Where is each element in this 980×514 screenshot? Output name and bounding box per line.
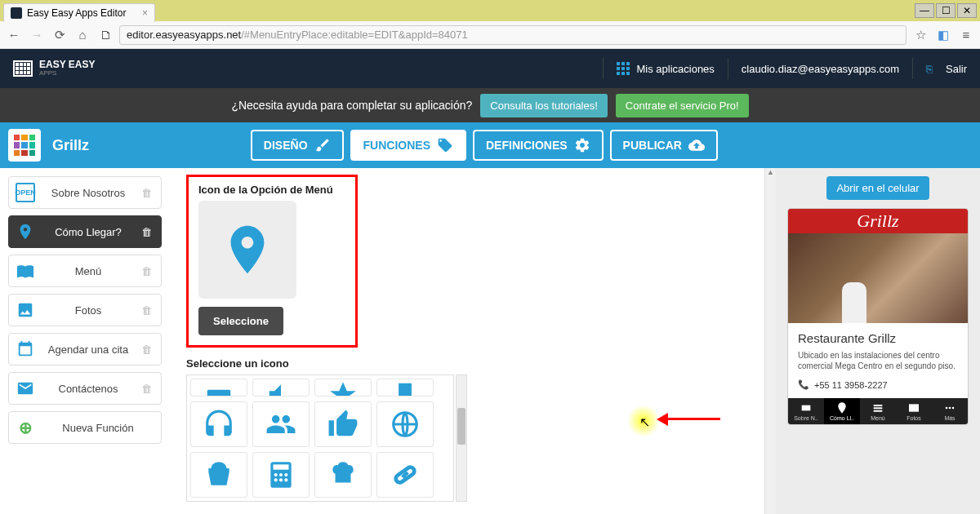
nav-back-button[interactable]: ←: [5, 26, 23, 44]
preview-tab-photos[interactable]: Fotos: [896, 398, 932, 424]
preview-description: Ubicado en las instalaciones del centro …: [798, 350, 958, 371]
icon-option-calculator[interactable]: [252, 452, 310, 498]
window-maximize[interactable]: ☐: [936, 3, 956, 18]
pro-service-button[interactable]: Contrate el servicio Pro!: [616, 94, 749, 117]
browser-tab-close[interactable]: ×: [142, 7, 148, 19]
browser-tab[interactable]: Easy Easy Apps Editor ×: [3, 3, 155, 22]
tab-definitions[interactable]: DEFINICIONES: [473, 130, 604, 161]
sidebar-item-menu[interactable]: Menú 🗑: [8, 255, 162, 287]
apps-grid-icon: [617, 62, 630, 75]
icon-option-pill[interactable]: [376, 452, 434, 498]
preview-hero-image: [788, 233, 968, 323]
calendar-icon: [16, 339, 35, 359]
favicon-icon: [11, 7, 22, 19]
browser-url-bar: ← → ⟳ ⌂ 🗋 editor.easyeasyapps.net/#MenuE…: [0, 21, 980, 49]
svg-point-16: [952, 407, 955, 410]
tutorials-button[interactable]: Consulta los tutoriales!: [480, 94, 608, 117]
extension-icon[interactable]: ◧: [934, 26, 952, 44]
tab-publish[interactable]: PUBLICAR: [610, 130, 718, 161]
nav-reload-button[interactable]: ⟳: [51, 26, 69, 44]
nav-home-button[interactable]: ⌂: [74, 26, 91, 44]
browser-tab-title: Easy Easy Apps Editor: [27, 7, 126, 19]
nav-forward-button[interactable]: →: [28, 26, 46, 44]
tag-icon: [437, 137, 453, 153]
icon-option-like[interactable]: [314, 401, 372, 447]
svg-point-14: [946, 407, 948, 410]
preview-title: Restaurante Grillz: [798, 331, 958, 345]
svg-rect-12: [802, 405, 811, 411]
map-pin-icon: [16, 222, 35, 241]
content-scrollbar[interactable]: ▲: [764, 168, 776, 514]
tab-design[interactable]: DISEÑO: [251, 130, 344, 161]
help-bar: ¿Necesita ayuda para completar su aplica…: [0, 88, 980, 122]
editor-toolbar: Grillz DISEÑO FUNCIONES DEFINICIONES PUB…: [0, 122, 980, 168]
icon-option-cupcake[interactable]: [190, 452, 247, 498]
map-pin-icon: [219, 221, 276, 278]
logo-grid-icon: [13, 60, 33, 77]
tab-functions[interactable]: FUNCIONES: [350, 130, 466, 161]
logout-icon: ⎘: [926, 63, 933, 75]
brand-sub: APPS: [39, 69, 95, 77]
scrollbar-thumb[interactable]: [457, 408, 466, 445]
my-apps-link[interactable]: Mis aplicaciones: [617, 62, 714, 75]
trash-icon[interactable]: 🗑: [141, 304, 154, 317]
icon-option-globe[interactable]: [376, 401, 434, 447]
svg-rect-3: [274, 464, 289, 469]
trash-icon[interactable]: 🗑: [141, 343, 154, 356]
open-mobile-button[interactable]: Abrir en el celular: [826, 176, 929, 200]
preview-panel: Abrir en el celular Grillz Restaurante G…: [776, 168, 980, 514]
brand-logo[interactable]: EASY EASY APPS: [13, 60, 95, 77]
bookmark-icon[interactable]: ☆: [911, 26, 929, 44]
sidebar-new-function[interactable]: ⊕ Nueva Función: [8, 411, 162, 444]
icon-option-headset[interactable]: [190, 401, 247, 447]
cursor-icon: ↖: [639, 414, 650, 430]
app-icon[interactable]: [8, 129, 41, 162]
brand-name: EASY EASY: [39, 60, 95, 69]
icon-option-open[interactable]: [190, 379, 247, 397]
preview-tabbar: Sobre N.. Cómo Ll.. Menú Fotos Más: [788, 398, 968, 424]
icon-option-star[interactable]: [314, 379, 372, 397]
help-question: ¿Necesita ayuda para completar su aplica…: [231, 99, 472, 112]
sidebar-item-appointment[interactable]: Agendar una cita 🗑: [8, 333, 162, 366]
app-header: EASY EASY APPS Mis aplicaciones claudio.…: [0, 49, 980, 88]
preview-phone: 📞 +55 11 3958-2227: [798, 379, 958, 390]
sidebar-item-photos[interactable]: Fotos 🗑: [8, 294, 162, 326]
svg-point-8: [279, 478, 283, 481]
sidebar-item-contact[interactable]: Contáctenos 🗑: [8, 372, 162, 405]
main-area: OPEN Sobre Nosotros 🗑 Cómo Llegar? 🗑 Men…: [0, 168, 980, 514]
icon-grid-scrollbar[interactable]: [456, 374, 467, 502]
current-menu-icon: [198, 201, 296, 299]
highlight-region: Icon de la Opción de Menú Seleccione: [186, 175, 358, 348]
trash-icon[interactable]: 🗑: [141, 265, 154, 277]
phone-preview: Grillz Restaurante Grillz Ubicado en las…: [787, 208, 969, 425]
icon-option-chef-hat[interactable]: [314, 452, 372, 498]
cloud-upload-icon: [688, 137, 705, 153]
window-minimize[interactable]: —: [915, 3, 934, 18]
svg-point-7: [274, 478, 278, 481]
window-close[interactable]: ✕: [957, 3, 977, 18]
icon-section-title: Icon de la Opción de Menú: [198, 184, 345, 196]
user-email[interactable]: claudio.diaz@easyeasyapps.com: [742, 63, 899, 75]
icon-grid: [186, 374, 454, 502]
logout-link[interactable]: Salir: [946, 63, 967, 75]
select-button[interactable]: Seleccione: [198, 307, 283, 335]
browser-url-input[interactable]: editor.easyeasyapps.net/#MenuEntryPlace:…: [119, 25, 906, 45]
icon-option-loudspeaker[interactable]: [252, 379, 310, 397]
trash-icon[interactable]: 🗑: [141, 226, 154, 238]
annotation-arrow: [663, 418, 720, 420]
svg-point-5: [279, 473, 283, 476]
brush-icon: [314, 137, 331, 153]
browser-menu-icon[interactable]: ≡: [957, 26, 975, 44]
sidebar-item-directions[interactable]: Cómo Llegar? 🗑: [8, 215, 162, 248]
preview-tab-more[interactable]: Más: [932, 398, 968, 424]
icon-option-group[interactable]: [252, 401, 310, 447]
sidebar-item-about[interactable]: OPEN Sobre Nosotros 🗑: [8, 176, 162, 209]
preview-tab-about[interactable]: Sobre N..: [788, 398, 824, 424]
trash-icon[interactable]: 🗑: [141, 383, 154, 395]
page-info-icon[interactable]: 🗋: [96, 26, 114, 44]
icon-option-bookmark[interactable]: [376, 379, 434, 397]
trash-icon[interactable]: 🗑: [141, 187, 154, 199]
preview-tab-directions[interactable]: Cómo Ll..: [824, 398, 860, 424]
mail-icon: [16, 379, 35, 398]
preview-tab-menu[interactable]: Menú: [860, 398, 896, 424]
